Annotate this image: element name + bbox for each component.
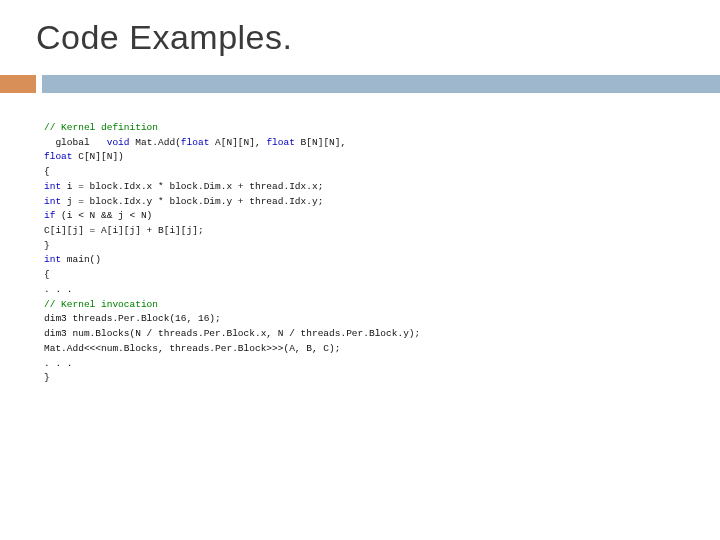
code-text: . . . [44,284,73,295]
code-type: float [44,151,73,162]
code-text: B[N][N], [295,137,346,148]
slide-container: Code Examples. // Kernel definition glob… [0,0,720,540]
code-type: float [181,137,210,148]
code-text: main() [61,254,101,265]
slide-title: Code Examples. [36,18,720,57]
code-text: A[N][N], [209,137,266,148]
code-text: j = block.Idx.y * block.Dim.y + thread.I… [61,196,323,207]
code-example-block: // Kernel definition global void Mat.Add… [44,121,720,386]
code-brace: } [44,240,50,251]
code-keyword: void [107,137,130,148]
code-brace: } [44,372,50,383]
code-text: C[i][j] = A[i][j] + B[i][j]; [44,225,204,236]
code-type: int [44,196,61,207]
code-comment: // Kernel invocation [44,299,158,310]
code-text: Mat.Add( [130,137,181,148]
code-text: . . . [44,358,73,369]
divider-accent-orange [0,75,36,93]
code-text: (i < N && j < N) [55,210,152,221]
code-keyword: if [44,210,55,221]
code-brace: { [44,269,50,280]
divider-accent-blue [42,75,720,93]
code-type: float [266,137,295,148]
code-type: int [44,254,61,265]
code-text: Mat.Add<<<num.Blocks, threads.Per.Block>… [44,343,340,354]
code-text: dim3 num.Blocks(N / threads.Per.Block.x,… [44,328,420,339]
code-comment: // Kernel definition [44,122,158,133]
code-text: dim3 threads.Per.Block(16, 16); [44,313,221,324]
code-text: i = block.Idx.x * block.Dim.x + thread.I… [61,181,323,192]
code-brace: { [44,166,50,177]
title-divider [0,75,720,93]
code-line: global [44,137,107,148]
code-type: int [44,181,61,192]
code-text: C[N][N]) [73,151,124,162]
